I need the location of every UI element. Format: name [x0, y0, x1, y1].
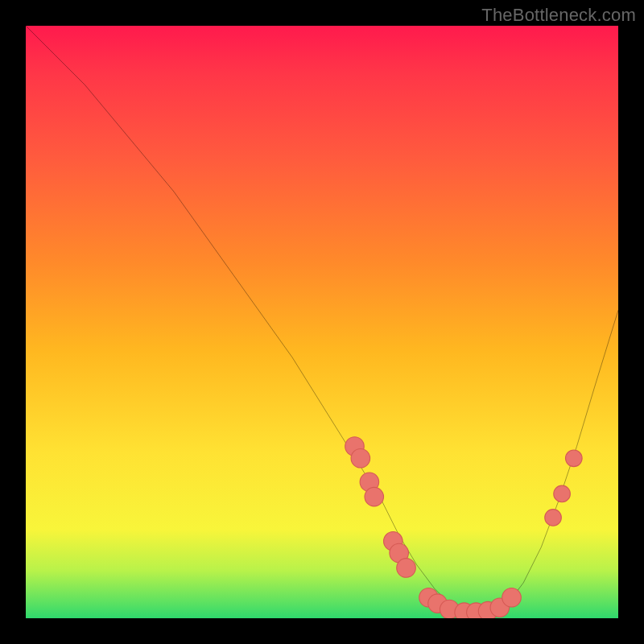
chart-svg [26, 26, 618, 618]
watermark-text: TheBottleneck.com [481, 5, 636, 26]
marker-pt-e2 [397, 559, 416, 578]
plot-area [26, 26, 618, 618]
chart-frame: TheBottleneck.com [0, 0, 644, 644]
bottleneck-curve [26, 26, 618, 613]
marker-pt-b [351, 449, 370, 469]
marker-pt-k [545, 510, 562, 526]
marker-pt-m [565, 450, 582, 467]
marker-pt-j [502, 588, 522, 607]
marker-pt-c2 [365, 487, 384, 506]
marker-pt-l [554, 485, 571, 502]
